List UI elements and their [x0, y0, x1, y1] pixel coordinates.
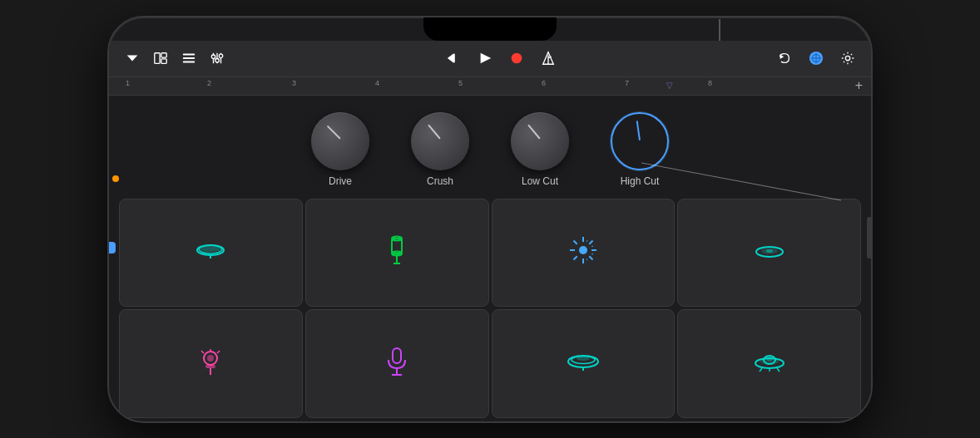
- pad-mic[interactable]: [305, 309, 489, 418]
- crush-label: Crush: [427, 175, 453, 187]
- knob-drive-item: Drive: [290, 112, 390, 187]
- pads-row-2: [119, 309, 861, 418]
- svg-marker-15: [481, 53, 492, 64]
- ruler: 1 2 3 4 5 6 7 ▽ 8 +: [109, 77, 871, 96]
- ruler-mark-4: 4: [375, 79, 379, 87]
- list-icon[interactable]: [179, 48, 199, 68]
- svg-rect-4: [183, 54, 195, 56]
- svg-line-41: [589, 257, 592, 260]
- svg-line-71: [777, 368, 780, 372]
- pad-hihat[interactable]: [119, 199, 303, 308]
- svg-rect-2: [161, 53, 166, 57]
- svg-marker-20: [780, 55, 784, 59]
- pad-cymbal-small[interactable]: [677, 199, 861, 308]
- orange-indicator: [112, 175, 119, 182]
- drum-green-icon: [384, 235, 410, 269]
- undo-button[interactable]: [775, 48, 794, 68]
- svg-point-12: [219, 54, 223, 58]
- siren-icon: [197, 347, 224, 381]
- svg-point-35: [579, 246, 587, 254]
- svg-marker-13: [448, 54, 453, 63]
- svg-line-40: [573, 241, 577, 244]
- ruler-mark-5: 5: [458, 79, 463, 87]
- svg-marker-0: [127, 55, 138, 61]
- metronome-icon[interactable]: [538, 48, 558, 68]
- svg-line-54: [201, 351, 204, 353]
- mic-icon: [385, 347, 408, 381]
- svg-point-50: [766, 249, 773, 253]
- svg-rect-58: [393, 348, 401, 363]
- cymbal-small-icon: [755, 241, 784, 264]
- pads-row-1: [119, 199, 861, 308]
- svg-line-47: [587, 258, 587, 260]
- phone-frame: 1 2 3 4 5 6 7 ▽ 8 + Drive: [107, 16, 873, 423]
- pad-burst[interactable]: [492, 199, 676, 308]
- svg-rect-6: [183, 62, 195, 63]
- notch: [423, 17, 557, 41]
- svg-point-63: [577, 356, 590, 361]
- svg-point-52: [207, 355, 214, 362]
- knobs-section: Drive Crush Low Cut Hig: [109, 96, 871, 195]
- svg-rect-14: [453, 54, 455, 63]
- ruler-mark-7: 7: [625, 79, 629, 87]
- svg-line-42: [589, 241, 592, 244]
- burst-icon: [568, 235, 598, 269]
- knob-crush-item: Crush: [390, 112, 490, 187]
- pad-drum[interactable]: [305, 199, 489, 308]
- svg-point-11: [215, 58, 220, 62]
- svg-line-69: [760, 368, 762, 372]
- drive-label: Drive: [329, 175, 352, 187]
- lowcut-label: Low Cut: [522, 175, 558, 187]
- hihat2-icon: [567, 352, 600, 376]
- ruler-mark-2: 2: [207, 79, 211, 87]
- mixer-icon[interactable]: [207, 48, 227, 68]
- knob-highcut-item: High Cut: [590, 112, 690, 187]
- play-button[interactable]: [475, 48, 495, 68]
- ruler-mark-1: 1: [126, 79, 130, 87]
- highcut-label: High Cut: [621, 175, 660, 187]
- content-area: Drive Crush Low Cut Hig: [109, 96, 871, 421]
- svg-line-43: [573, 257, 577, 260]
- knob-lowcut-item: Low Cut: [490, 112, 590, 187]
- svg-line-46: [591, 253, 593, 254]
- svg-rect-1: [155, 53, 160, 64]
- pad-siren[interactable]: [119, 309, 303, 418]
- pads-section: [109, 195, 871, 421]
- equalizer-button[interactable]: [806, 48, 826, 68]
- crush-knob[interactable]: [411, 112, 469, 170]
- svg-line-45: [591, 246, 593, 247]
- svg-rect-5: [183, 57, 195, 59]
- svg-rect-3: [161, 59, 166, 63]
- svg-rect-53: [205, 365, 215, 368]
- pad-ufo[interactable]: [677, 309, 861, 418]
- svg-point-68: [766, 356, 773, 361]
- highcut-knob[interactable]: [611, 112, 669, 170]
- playhead-marker: ▽: [666, 81, 673, 90]
- rewind-button[interactable]: [443, 48, 463, 68]
- svg-point-16: [512, 53, 522, 64]
- svg-line-55: [217, 351, 220, 353]
- lowcut-knob[interactable]: [511, 112, 569, 170]
- side-handle[interactable]: [867, 217, 871, 258]
- svg-point-25: [845, 56, 849, 60]
- settings-button[interactable]: [838, 48, 858, 68]
- add-section-button[interactable]: +: [855, 78, 863, 93]
- layout-icon[interactable]: [151, 48, 171, 68]
- svg-line-44: [587, 240, 587, 242]
- record-button[interactable]: [507, 48, 527, 68]
- ruler-mark-6: 6: [542, 79, 546, 87]
- ruler-mark-3: 3: [292, 79, 296, 87]
- ruler-mark-8: 8: [708, 79, 712, 87]
- dropdown-icon[interactable]: [122, 48, 142, 68]
- toolbar: [109, 41, 871, 77]
- hihat-icon: [196, 240, 225, 264]
- svg-point-10: [211, 55, 215, 59]
- pad-hihat2[interactable]: [492, 309, 676, 418]
- drive-knob[interactable]: [311, 112, 369, 170]
- ufo-icon: [754, 350, 785, 377]
- blue-indicator: [109, 242, 116, 253]
